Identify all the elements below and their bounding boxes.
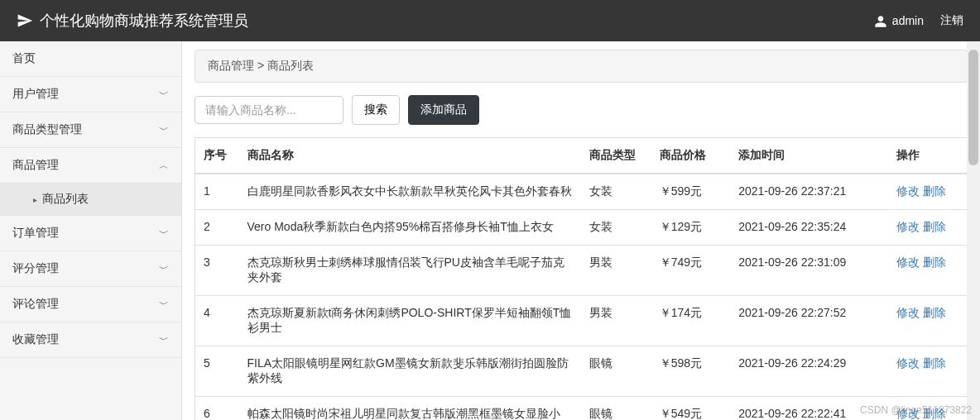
edit-link[interactable]: 修改: [896, 255, 920, 269]
cell-name: 帕森太阳镜时尚宋祖儿明星同款复古韩版潮黑框墨镜女显脸小91620: [239, 397, 581, 421]
delete-link[interactable]: 删除: [923, 356, 946, 370]
product-table: 序号 商品名称 商品类型 商品价格 添加时间 操作 1白鹿明星同款香影风衣女中长…: [195, 137, 968, 420]
paper-plane-icon: [17, 12, 33, 29]
cell-price: ￥549元: [651, 397, 730, 421]
edit-link[interactable]: 修改: [896, 184, 920, 198]
cell-name: Vero Moda秋季新款白色内搭95%棉百搭修身长袖T恤上衣女: [239, 210, 581, 246]
sidebar-item-home[interactable]: 首页: [0, 41, 181, 77]
th-name: 商品名称: [239, 138, 581, 174]
caret-right-icon: ▸: [33, 195, 37, 204]
cell-idx: 4: [195, 296, 239, 346]
cell-type: 男装: [581, 296, 651, 346]
cell-time: 2021-09-26 22:35:24: [730, 210, 888, 246]
edit-link[interactable]: 修改: [896, 407, 920, 420]
chevron-down-icon: ﹀: [159, 298, 169, 312]
edit-link[interactable]: 修改: [896, 356, 920, 370]
username-label: admin: [892, 14, 924, 27]
breadcrumb: 商品管理 > 商品列表: [195, 50, 968, 83]
sidebar-subitem-product-list[interactable]: ▸ 商品列表: [0, 184, 181, 216]
cell-price: ￥749元: [651, 246, 730, 296]
add-product-button[interactable]: 添加商品: [408, 95, 479, 125]
cell-price: ￥129元: [651, 210, 730, 246]
cell-type: 男装: [581, 246, 651, 296]
delete-link[interactable]: 删除: [923, 407, 946, 420]
scrollbar-thumb[interactable]: [968, 50, 978, 165]
sidebar-item-label: 订单管理: [12, 226, 59, 241]
chevron-down-icon: ﹀: [159, 227, 169, 241]
cell-time: 2021-09-26 22:37:21: [730, 174, 888, 210]
chevron-up-icon: ︿: [159, 159, 169, 173]
user-info[interactable]: admin: [874, 13, 924, 27]
sidebar-item-product-mgmt[interactable]: 商品管理 ︿: [0, 148, 181, 184]
content-area: 商品管理 > 商品列表 搜索 添加商品 序号 商品名称 商品类型 商品价格 添加…: [182, 41, 980, 420]
cell-idx: 3: [195, 246, 239, 296]
th-action: 操作: [888, 138, 967, 174]
sidebar-item-rating-mgmt[interactable]: 评分管理 ﹀: [0, 251, 181, 287]
cell-price: ￥599元: [651, 174, 730, 210]
sidebar-item-label: 评分管理: [12, 261, 59, 276]
sidebar-item-user-mgmt[interactable]: 用户管理 ﹀: [0, 77, 181, 112]
chevron-down-icon: ﹀: [159, 262, 169, 276]
header-left: 个性化购物商城推荐系统管理员: [17, 11, 248, 31]
cell-action: 修改删除: [888, 174, 967, 210]
cell-type: 女装: [581, 174, 651, 210]
cell-idx: 2: [195, 210, 239, 246]
breadcrumb-current: 商品列表: [267, 59, 314, 72]
user-icon: [874, 13, 887, 27]
edit-link[interactable]: 修改: [896, 220, 920, 233]
chevron-down-icon: ﹀: [159, 333, 169, 347]
cell-time: 2021-09-26 22:27:52: [730, 296, 888, 346]
delete-link[interactable]: 删除: [923, 184, 946, 198]
breadcrumb-separator: >: [257, 59, 264, 72]
edit-link[interactable]: 修改: [896, 306, 920, 319]
th-idx: 序号: [195, 138, 239, 174]
sidebar-item-comment-mgmt[interactable]: 评论管理 ﹀: [0, 287, 181, 322]
sidebar-item-label: 评论管理: [12, 297, 59, 312]
sidebar-item-favorite-mgmt[interactable]: 收藏管理 ﹀: [0, 322, 181, 358]
th-time: 添加时间: [730, 138, 888, 174]
table-row: 2Vero Moda秋季新款白色内搭95%棉百搭修身长袖T恤上衣女女装￥129元…: [195, 210, 968, 246]
delete-link[interactable]: 删除: [923, 255, 946, 269]
app-header: 个性化购物商城推荐系统管理员 admin 注销: [0, 0, 980, 41]
table-row: 3杰克琼斯秋男士刺绣棒球服情侣装飞行PU皮袖含羊毛呢子茄克夹外套男装￥749元2…: [195, 246, 968, 296]
cell-time: 2021-09-26 22:31:09: [730, 246, 888, 296]
chevron-down-icon: ﹀: [159, 88, 169, 102]
sidebar: 首页 用户管理 ﹀ 商品类型管理 ﹀ 商品管理 ︿ ▸ 商品列表 订单管理 ﹀ …: [0, 41, 182, 420]
table-row: 6帕森太阳镜时尚宋祖儿明星同款复古韩版潮黑框墨镜女显脸小91620眼镜￥549元…: [195, 397, 968, 421]
sidebar-item-order-mgmt[interactable]: 订单管理 ﹀: [0, 216, 181, 251]
main-container: 首页 用户管理 ﹀ 商品类型管理 ﹀ 商品管理 ︿ ▸ 商品列表 订单管理 ﹀ …: [0, 41, 980, 420]
header-right: admin 注销: [874, 13, 963, 28]
logout-link[interactable]: 注销: [940, 13, 963, 28]
sidebar-subitem-label: 商品列表: [42, 192, 89, 207]
table-row: 1白鹿明星同款香影风衣女中长款新款早秋英伦风卡其色外套春秋女装￥599元2021…: [195, 174, 968, 210]
breadcrumb-parent[interactable]: 商品管理: [208, 59, 254, 72]
cell-time: 2021-09-26 22:22:41: [730, 397, 888, 421]
cell-time: 2021-09-26 22:24:29: [730, 346, 888, 397]
cell-price: ￥598元: [651, 346, 730, 397]
sidebar-item-label: 商品管理: [12, 158, 59, 173]
search-input[interactable]: [195, 96, 343, 124]
table-row: 4杰克琼斯夏新款t商务休闲刺绣POLO-SHIRT保罗半短袖翻领T恤衫男士男装￥…: [195, 296, 968, 346]
sidebar-item-label: 首页: [12, 51, 36, 66]
table-header-row: 序号 商品名称 商品类型 商品价格 添加时间 操作: [195, 138, 968, 174]
cell-type: 眼镜: [581, 346, 651, 397]
th-type: 商品类型: [581, 138, 651, 174]
sidebar-item-product-type-mgmt[interactable]: 商品类型管理 ﹀: [0, 112, 181, 148]
cell-type: 女装: [581, 210, 651, 246]
cell-action: 修改删除: [888, 210, 967, 246]
th-price: 商品价格: [651, 138, 730, 174]
search-button[interactable]: 搜索: [352, 95, 400, 125]
cell-idx: 6: [195, 397, 239, 421]
cell-action: 修改删除: [888, 246, 967, 296]
sidebar-item-label: 收藏管理: [12, 332, 59, 347]
chevron-down-icon: ﹀: [159, 123, 169, 137]
cell-action: 修改删除: [888, 296, 967, 346]
delete-link[interactable]: 删除: [923, 220, 946, 233]
cell-name: 杰克琼斯夏新款t商务休闲刺绣POLO-SHIRT保罗半短袖翻领T恤衫男士: [239, 296, 581, 346]
cell-idx: 1: [195, 174, 239, 210]
cell-action: 修改删除: [888, 346, 967, 397]
scrollbar-track[interactable]: [967, 41, 980, 420]
delete-link[interactable]: 删除: [923, 306, 946, 319]
cell-idx: 5: [195, 346, 239, 397]
app-title: 个性化购物商城推荐系统管理员: [40, 11, 248, 31]
